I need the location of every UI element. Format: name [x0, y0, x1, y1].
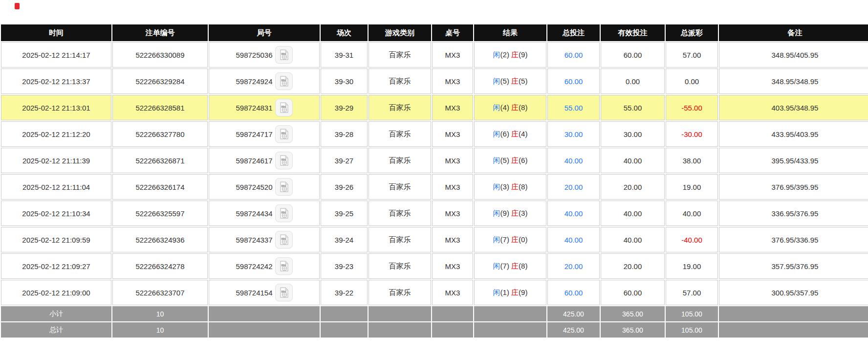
table-row-highlighted: 2025-02-12 21:13:01 522266328581 5987248… [1, 95, 868, 120]
payout-cell: -40.00 [666, 227, 718, 252]
payout-cell: 0.00 [666, 68, 718, 94]
top-left-red-mark [15, 3, 20, 9]
table-no-cell: MX3 [432, 68, 473, 94]
total-valid-bet: 365.00 [601, 322, 665, 338]
valid-bet-cell: 60.00 [601, 42, 665, 68]
total-bet-link[interactable]: 40.00 [547, 148, 600, 173]
game-type-cell: 百家乐 [369, 95, 431, 120]
time-cell: 2025-02-12 21:09:00 [1, 280, 111, 305]
video-replay-icon-button[interactable] [275, 204, 293, 222]
game-type-cell: 百家乐 [369, 148, 431, 173]
table-no-cell: MX3 [432, 95, 473, 120]
video-replay-icon-button[interactable] [275, 152, 293, 169]
player-score: (4) [500, 103, 509, 112]
time-cell: 2025-02-12 21:09:27 [1, 253, 111, 279]
payout-cell: 19.00 [666, 174, 718, 200]
time-cell: 2025-02-12 21:10:34 [1, 201, 111, 226]
session-cell: 39-31 [321, 42, 368, 68]
video-replay-icon-button[interactable] [275, 231, 293, 248]
subtotal-row: 小计 10 425.00 365.00 105.00 [1, 306, 868, 321]
result-cell: 闲(7) 庄(8) [474, 253, 546, 279]
round-number: 598724434 [236, 209, 272, 218]
game-type-cell: 百家乐 [369, 121, 431, 147]
subtotal-empty-cell [321, 306, 368, 321]
bet-id-cell: 522266328581 [112, 95, 208, 120]
total-bet-link[interactable]: 40.00 [547, 227, 600, 252]
total-bet-link[interactable]: 40.00 [547, 201, 600, 226]
time-cell: 2025-02-12 21:14:17 [1, 42, 111, 68]
round-cell: 598724242 [209, 253, 320, 279]
player-score: (7) [500, 262, 509, 270]
subtotal-empty-cell [432, 306, 473, 321]
banker-score: (9) [519, 50, 527, 59]
bet-id-cell: 522266329284 [112, 68, 208, 94]
subtotal-empty-cell [474, 306, 546, 321]
col-header-valid-bet: 有效投注 [601, 24, 665, 41]
video-replay-icon-button[interactable] [275, 72, 293, 90]
result-cell: 闲(7) 庄(0) [474, 227, 546, 252]
total-bet-link[interactable]: 60.00 [547, 68, 600, 94]
round-cell: 598724154 [209, 280, 320, 305]
bet-records-table: 时间 注单编号 局号 场次 游戏类别 桌号 结果 总投注 有效投注 总派彩 备注… [0, 23, 868, 338]
round-number: 598724154 [236, 289, 272, 297]
remark-cell: 348.95/405.95 [719, 42, 868, 68]
video-replay-icon-button[interactable] [275, 46, 293, 64]
payout-cell: 40.00 [666, 201, 718, 226]
banker-label: 庄 [511, 182, 519, 191]
banker-score: (3) [519, 209, 527, 217]
banker-score: (6) [519, 156, 527, 164]
banker-label: 庄 [511, 50, 519, 59]
valid-bet-cell: 40.00 [601, 148, 665, 173]
time-cell: 2025-02-12 21:12:20 [1, 121, 111, 147]
session-cell: 39-25 [321, 201, 368, 226]
valid-bet-cell: 20.00 [601, 253, 665, 279]
payout-cell: 38.00 [666, 148, 718, 173]
table-no-cell: MX3 [432, 121, 473, 147]
total-bet-link[interactable]: 20.00 [547, 253, 600, 279]
banker-label: 庄 [511, 262, 519, 270]
payout-cell: 57.00 [666, 42, 718, 68]
round-number: 598725036 [236, 51, 272, 59]
player-label: 闲 [493, 288, 500, 296]
total-bet-link[interactable]: 60.00 [547, 42, 600, 68]
table-row: 2025-02-12 21:10:34 522266325597 5987244… [1, 201, 868, 226]
session-cell: 39-23 [321, 253, 368, 279]
subtotal-empty-cell [209, 306, 320, 321]
session-cell: 39-22 [321, 280, 368, 305]
player-score: (2) [500, 50, 509, 59]
game-type-cell: 百家乐 [369, 253, 431, 279]
video-replay-icon-button[interactable] [275, 284, 293, 301]
subtotal-payout: 105.00 [666, 306, 718, 321]
total-bet-link[interactable]: 55.00 [547, 95, 600, 120]
table-no-cell: MX3 [432, 280, 473, 305]
table-header: 时间 注单编号 局号 场次 游戏类别 桌号 结果 总投注 有效投注 总派彩 备注 [1, 24, 868, 41]
player-score: (9) [500, 209, 509, 217]
valid-bet-cell: 40.00 [601, 227, 665, 252]
total-payout: 105.00 [666, 322, 718, 338]
banker-score: (8) [519, 103, 527, 112]
total-bet-link[interactable]: 30.00 [547, 121, 600, 147]
round-number: 598724831 [236, 104, 272, 112]
game-type-cell: 百家乐 [369, 42, 431, 68]
video-replay-icon-button[interactable] [275, 178, 293, 196]
video-replay-icon-button[interactable] [275, 257, 293, 275]
result-cell: 闲(4) 庄(8) [474, 95, 546, 120]
col-header-payout: 总派彩 [666, 24, 718, 41]
table-row: 2025-02-12 21:09:27 522266324278 5987242… [1, 253, 868, 279]
col-header-result: 结果 [474, 24, 546, 41]
total-bet-link[interactable]: 60.00 [547, 280, 600, 305]
col-header-session: 场次 [321, 24, 368, 41]
remark-cell: 348.95/348.95 [719, 68, 868, 94]
valid-bet-cell: 0.00 [601, 68, 665, 94]
round-number: 598724242 [236, 262, 272, 271]
video-replay-icon-button[interactable] [275, 99, 293, 116]
video-replay-icon-button[interactable] [275, 125, 293, 143]
player-score: (6) [500, 130, 509, 138]
player-score: (1) [500, 288, 509, 296]
subtotal-empty-cell [369, 306, 431, 321]
banker-score: (0) [519, 235, 527, 244]
player-label: 闲 [493, 77, 500, 85]
result-cell: 闲(5) 庄(6) [474, 148, 546, 173]
table-no-cell: MX3 [432, 253, 473, 279]
total-bet-link[interactable]: 20.00 [547, 174, 600, 200]
